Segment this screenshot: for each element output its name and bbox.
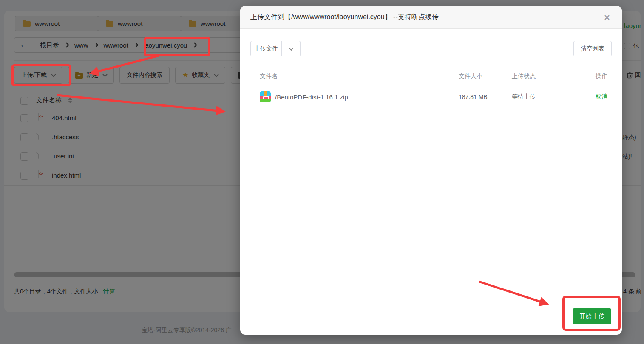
close-icon[interactable]: ✕ bbox=[601, 12, 613, 23]
column-status: 上传状态 bbox=[512, 73, 576, 80]
upload-queue-table: 文件名 文件大小 上传状态 操作 /BentoPDF-dist-1.16.1.z… bbox=[250, 68, 612, 109]
upload-dialog: 上传文件到【/www/wwwroot/laoyunwei.cyou】 --支持断… bbox=[240, 6, 622, 335]
column-filename: 文件名 bbox=[250, 73, 459, 80]
upload-table-header: 文件名 文件大小 上传状态 操作 bbox=[250, 68, 612, 85]
dialog-title: 上传文件到【/www/wwwroot/laoyunwei.cyou】 --支持断… bbox=[250, 13, 439, 22]
column-filesize: 文件大小 bbox=[459, 73, 512, 80]
upload-file-split-button: 上传文件 bbox=[250, 41, 301, 56]
dialog-toolbar: 上传文件 清空列表 bbox=[250, 41, 612, 56]
column-action: 操作 bbox=[576, 73, 612, 80]
upload-queue-row: /BentoPDF-dist-1.16.1.zip 187.81 MB 等待上传… bbox=[250, 85, 612, 109]
upload-file-button[interactable]: 上传文件 bbox=[250, 41, 282, 56]
chevron-down-icon bbox=[289, 45, 293, 50]
start-upload-button[interactable]: 开始上传 bbox=[573, 308, 611, 324]
upload-file-name: /BentoPDF-dist-1.16.1.zip bbox=[275, 93, 348, 101]
zip-file-icon bbox=[260, 91, 271, 102]
upload-file-dropdown-button[interactable] bbox=[282, 41, 301, 56]
cancel-upload-link[interactable]: 取消 bbox=[596, 93, 607, 100]
upload-file-size: 187.81 MB bbox=[459, 93, 512, 100]
clear-list-button[interactable]: 清空列表 bbox=[573, 41, 612, 56]
dialog-header: 上传文件到【/www/wwwroot/laoyunwei.cyou】 --支持断… bbox=[240, 6, 622, 29]
upload-status: 等待上传 bbox=[512, 93, 576, 101]
